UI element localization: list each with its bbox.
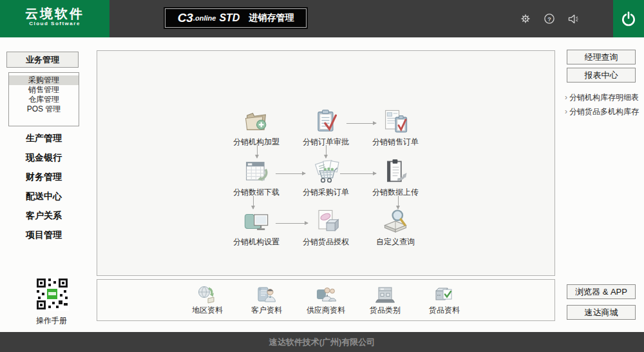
business-submenu: 采购管理 销售管理 仓库管理 POS 管理 xyxy=(8,72,79,126)
item-label: 客户资料 xyxy=(242,305,291,316)
region-icon xyxy=(197,284,218,305)
arrow-download-to-purchase xyxy=(276,173,305,174)
logo-title: 云境软件 xyxy=(0,6,109,21)
node-distribution-org-join[interactable]: 分销机构加盟 xyxy=(221,108,292,148)
suda-mall-button[interactable]: 速达商城 xyxy=(567,305,636,320)
arrow-approval-to-salesorder xyxy=(346,123,376,124)
svg-text:?: ? xyxy=(547,16,551,23)
manual-label: 操作手册 xyxy=(19,315,84,326)
node-label: 自定义查询 xyxy=(360,237,431,248)
link-org-inventory-detail[interactable]: ›分销机构库存明细表 xyxy=(565,92,639,103)
header-bar: 云境软件 Cloud Software C3 .online STD 进销存管理… xyxy=(0,0,644,37)
node-label: 分销采购订单 xyxy=(290,187,361,198)
node-custom-query[interactable]: 自定义查询 xyxy=(360,208,431,248)
base-data-panel: 地区资料 客户资料 供应商 xyxy=(97,279,555,321)
org-settings-icon xyxy=(242,208,270,236)
node-label: 分销数据下载 xyxy=(221,187,292,198)
node-label: 分销货品授权 xyxy=(290,237,361,248)
data-download-icon xyxy=(242,158,270,186)
browser-app-button[interactable]: 浏览器 & APP xyxy=(567,284,636,299)
footer-bar: 速达软件技术(广州)有限公司 xyxy=(0,332,644,352)
power-icon[interactable] xyxy=(613,0,644,37)
sidebar-item-pos[interactable]: POS 管理 xyxy=(9,104,79,114)
help-icon[interactable]: ? xyxy=(542,11,557,26)
link-goods-multi-org-inventory[interactable]: ›分销货品多机构库存 xyxy=(565,106,639,117)
arrow-purchase-to-upload xyxy=(340,173,376,174)
clipboard-approve-icon xyxy=(312,108,340,136)
logo-subtitle: Cloud Software xyxy=(0,21,109,26)
sidebar-item-production[interactable]: 生产管理 xyxy=(0,133,88,144)
product-name: C3 xyxy=(178,11,193,25)
sidebar-item-sales[interactable]: 销售管理 xyxy=(9,85,79,95)
data-upload-icon xyxy=(381,158,410,186)
customer-icon xyxy=(256,284,277,305)
sales-order-icon xyxy=(381,108,410,136)
supplier-icon xyxy=(316,284,336,305)
link-label: 分销机构库存明细表 xyxy=(569,93,639,102)
node-sales-order[interactable]: 分销销售订单 xyxy=(360,108,431,148)
folder-add-icon xyxy=(242,108,270,136)
chevron-right-icon: › xyxy=(565,93,567,102)
item-label: 货品资料 xyxy=(420,305,469,316)
node-purchase-order[interactable]: 分销采购订单 xyxy=(290,158,361,198)
node-goods-authorize[interactable]: 分销货品授权 xyxy=(290,208,361,248)
item-label: 供应商资料 xyxy=(301,305,350,316)
product-title-badge: C3 .online STD 进销存管理 xyxy=(165,8,307,28)
item-region-data[interactable]: 地区资料 xyxy=(183,284,232,316)
goods-info-icon xyxy=(434,284,455,305)
goods-authorize-icon xyxy=(312,208,340,236)
arrow-download-to-settings xyxy=(253,196,254,209)
arrow-upload-to-query xyxy=(398,196,399,209)
speaker-icon[interactable] xyxy=(565,11,581,26)
sidebar-item-cash-bank[interactable]: 现金银行 xyxy=(0,152,88,164)
manual-qr-code[interactable] xyxy=(35,277,69,311)
item-label: 货品类别 xyxy=(361,305,410,316)
product-suffix: .online xyxy=(193,14,216,22)
workflow-panel: 分销机构加盟 分销订单审批 分销销售订单 xyxy=(97,50,555,276)
arrow-settings-to-authorize xyxy=(276,223,308,224)
item-customer-data[interactable]: 客户资料 xyxy=(242,284,291,316)
product-edition: STD xyxy=(219,12,240,24)
business-management-button[interactable]: 业务管理 xyxy=(6,52,79,68)
item-goods-data[interactable]: 货品资料 xyxy=(420,284,469,316)
node-org-settings[interactable]: 分销机构设置 xyxy=(221,208,292,248)
item-goods-category[interactable]: 货品类别 xyxy=(361,284,410,316)
gear-icon[interactable] xyxy=(518,11,533,26)
item-supplier-data[interactable]: 供应商资料 xyxy=(301,284,350,316)
node-data-upload[interactable]: 分销数据上传 xyxy=(360,158,431,198)
app-logo: 云境软件 Cloud Software xyxy=(0,0,109,37)
node-label: 分销数据上传 xyxy=(360,187,431,198)
chevron-right-icon: › xyxy=(565,107,567,116)
product-module: 进销存管理 xyxy=(249,12,294,24)
sidebar-item-distribution-center[interactable]: 配送中心 xyxy=(0,191,88,202)
header-icon-group: ? xyxy=(518,0,581,37)
link-label: 分销货品多机构库存 xyxy=(569,107,639,116)
node-label: 分销机构设置 xyxy=(221,237,292,248)
arrow-approval-to-purchase xyxy=(326,145,327,158)
node-label: 分销机构加盟 xyxy=(221,137,292,148)
custom-query-icon xyxy=(381,208,410,236)
manager-query-button[interactable]: 经理查询 xyxy=(567,50,636,64)
sidebar-item-customer-relations[interactable]: 客户关系 xyxy=(0,210,88,222)
goods-category-icon xyxy=(375,284,395,305)
sidebar-item-warehouse[interactable]: 仓库管理 xyxy=(9,95,79,104)
arrow-join-to-download xyxy=(257,145,258,158)
sidebar-item-project[interactable]: 项目管理 xyxy=(0,230,88,241)
company-name: 速达软件技术(广州)有限公司 xyxy=(269,337,375,347)
report-center-button[interactable]: 报表中心 xyxy=(567,68,636,83)
node-label: 分销销售订单 xyxy=(360,137,431,148)
purchase-cart-icon xyxy=(312,158,340,186)
node-data-download[interactable]: 分销数据下载 xyxy=(221,158,292,198)
sidebar-item-finance[interactable]: 财务管理 xyxy=(0,171,88,183)
sidebar-item-purchase[interactable]: 采购管理 xyxy=(9,75,79,85)
item-label: 地区资料 xyxy=(183,305,232,316)
node-order-approval[interactable]: 分销订单审批 xyxy=(290,108,361,148)
